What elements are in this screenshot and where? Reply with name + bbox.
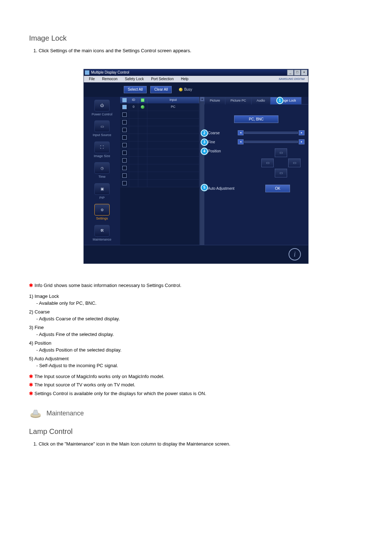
position-down-button[interactable]: ▭ — [275, 169, 287, 177]
pc-bnc-label: PC, BNC — [234, 115, 279, 123]
sidebar-item-maintenance[interactable]: 🛠Maintenance — [84, 224, 120, 243]
sidebar-item-settings[interactable]: ⚙Settings — [84, 203, 120, 222]
sidebar-item-image-size[interactable]: ⛶Image Size — [84, 141, 120, 160]
arrow-right-icon[interactable]: ▸ — [299, 139, 305, 144]
checkbox-icon[interactable] — [122, 181, 127, 185]
arrow-left-icon[interactable]: ◂ — [238, 139, 244, 144]
sidebar-item-label: Input Source — [93, 133, 111, 138]
star-icon: ✱ — [29, 374, 33, 379]
coarse-slider[interactable]: ◂▸ — [238, 130, 305, 135]
sidebar-item-label: Maintenance — [93, 237, 111, 242]
position-right-button[interactable]: ▭ — [288, 159, 301, 167]
scrollbar[interactable]: ▴ — [200, 97, 204, 245]
table-row[interactable] — [120, 164, 199, 172]
maximize-button[interactable]: □ — [294, 70, 301, 75]
table-row[interactable] — [120, 111, 199, 119]
checkbox-icon[interactable] — [122, 120, 127, 124]
tab-label: Audio — [257, 98, 265, 103]
toolbar: Select All Clear All Busy — [84, 82, 308, 97]
sidebar-item-power-control[interactable]: ⏻Power Control — [84, 99, 120, 118]
menu-remocon[interactable]: Remocon — [98, 76, 121, 82]
checkbox-icon[interactable] — [122, 166, 127, 170]
sidebar-item-label: Power Control — [91, 112, 112, 117]
note-magicinfo: ✱The Input source of MagicInfo works onl… — [29, 373, 363, 380]
tab-image-lock[interactable]: Image Lock — [270, 97, 302, 104]
table-row[interactable] — [120, 119, 199, 126]
titlebar: Multiple Display Control _ □ × — [84, 69, 308, 76]
tabs: Picture Picture PC Audio Image Lock 1 — [204, 97, 308, 104]
table-row[interactable] — [120, 149, 199, 157]
checkbox-icon[interactable] — [122, 151, 127, 155]
status-led-icon — [141, 105, 144, 109]
minimize-button[interactable]: _ — [287, 70, 294, 75]
settings-panel: Picture Picture PC Audio Image Lock 1 PC… — [204, 97, 308, 245]
brand-text: SAMSUNG DIGITall — [279, 77, 307, 81]
table-row[interactable] — [120, 157, 199, 164]
grid-header-id: ID — [129, 97, 138, 103]
table-row[interactable] — [120, 134, 199, 141]
fine-slider[interactable]: ◂▸ — [238, 139, 305, 144]
menu-help[interactable]: Help — [177, 76, 192, 82]
mdc-window: Multiple Display Control _ □ × File Remo… — [83, 69, 309, 264]
clear-all-button[interactable]: Clear All — [150, 86, 172, 93]
checkbox-icon[interactable] — [122, 173, 127, 178]
sidebar-item-time[interactable]: ◷Time — [84, 161, 120, 180]
star-icon: ✱ — [29, 382, 33, 387]
list-item: 4) Position- Adjusts Position of the sel… — [29, 340, 363, 354]
table-row[interactable] — [120, 172, 199, 180]
checkbox-icon[interactable] — [122, 112, 127, 117]
star-icon: ✱ — [29, 391, 33, 396]
menu-file[interactable]: File — [85, 76, 98, 82]
sidebar-item-input-source[interactable]: ▭Input Source — [84, 120, 120, 139]
ok-button[interactable]: OK — [265, 185, 290, 192]
select-all-button[interactable]: Select All — [124, 86, 147, 93]
checkbox-icon[interactable] — [122, 135, 127, 140]
tab-picture-pc[interactable]: Picture PC — [225, 97, 252, 104]
checkbox-icon[interactable] — [122, 105, 127, 109]
busy-indicator: Busy — [179, 87, 192, 92]
checkbox-icon[interactable] — [122, 158, 127, 163]
note-tv: ✱The Input source of TV works only on TV… — [29, 381, 363, 389]
sidebar-item-label: Time — [98, 175, 106, 180]
check-all-icon[interactable] — [122, 98, 127, 102]
list-item: 5) Auto Adjustment- Self-Adjust to the i… — [29, 355, 363, 369]
grid-header-input: Input — [147, 97, 199, 103]
grid-header: ID Input — [120, 97, 199, 103]
position-up-button[interactable]: ▭ — [275, 148, 287, 157]
close-button[interactable]: × — [301, 70, 307, 75]
gear-icon: ⚙ — [94, 204, 110, 216]
arrow-right-icon[interactable]: ▸ — [299, 130, 305, 135]
list-item: 2) Coarse- Adjusts Coarse of the selecte… — [29, 308, 363, 323]
info-grid: ID Input 0 PC — [120, 97, 200, 245]
maintenance-section-heading: Maintenance — [29, 408, 363, 419]
busy-icon — [179, 88, 183, 91]
busy-label: Busy — [184, 87, 192, 92]
table-row[interactable] — [120, 126, 199, 134]
fine-label: Fine — [208, 139, 235, 145]
callout-4: 4 — [201, 148, 208, 155]
menubar: File Remocon Safety Lock Port Selection … — [84, 76, 308, 82]
table-row[interactable]: 0 PC — [120, 103, 199, 111]
row-input: PC — [147, 103, 199, 111]
table-row[interactable] — [120, 180, 199, 187]
position-pad: ▭ ▭ ▭ ▭ — [257, 148, 305, 177]
numbered-list: 1) Image Lock- Available only for PC, BN… — [29, 293, 363, 369]
checkbox-icon[interactable] — [122, 143, 127, 147]
scroll-up-icon[interactable]: ▴ — [200, 97, 204, 101]
note-power: ✱Settings Control is available only for … — [29, 390, 363, 397]
step-2-text: 1. Click on the "Maintenance" icon in th… — [33, 440, 363, 448]
lamp-control-heading: Lamp Control — [29, 426, 363, 437]
checkbox-icon[interactable] — [122, 128, 127, 132]
auto-adjustment-label: Auto Adjustment — [208, 186, 248, 191]
tab-picture[interactable]: Picture — [204, 97, 225, 104]
app-icon — [85, 70, 90, 75]
list-item: 3) Fine- Adjusts Fine of the selected di… — [29, 324, 363, 338]
position-left-button[interactable]: ▭ — [261, 159, 274, 167]
menu-safety-lock[interactable]: Safety Lock — [121, 76, 147, 82]
image-size-icon: ⛶ — [94, 141, 110, 153]
arrow-left-icon[interactable]: ◂ — [238, 130, 244, 135]
tab-audio[interactable]: Audio — [251, 97, 270, 104]
menu-port-selection[interactable]: Port Selection — [147, 76, 177, 82]
table-row[interactable] — [120, 141, 199, 149]
sidebar-item-pip[interactable]: ▣PIP — [84, 182, 120, 201]
